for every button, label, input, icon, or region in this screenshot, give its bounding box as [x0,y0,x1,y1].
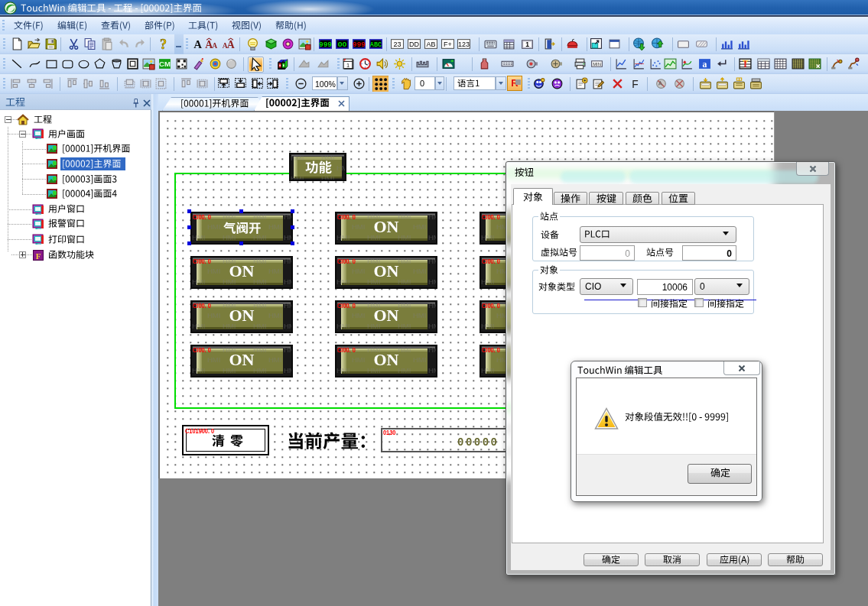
svg-text:999: 999 [319,41,332,49]
svg-text:A: A [212,41,217,50]
svg-text:?: ? [160,37,167,50]
svg-text:F: F [632,78,638,90]
svg-text:MIN: MIN [593,62,601,66]
svg-text:1: 1 [346,62,349,69]
svg-text:OO: OO [338,41,347,49]
svg-text:ABC: ABC [370,41,382,49]
svg-text:A: A [193,38,202,50]
svg-text:123: 123 [458,41,470,48]
svg-text:23: 23 [393,41,401,48]
svg-text:F: F [36,251,41,261]
svg-text:F+: F+ [444,41,452,48]
svg-text:CM: CM [159,60,171,68]
svg-text:A: A [227,39,235,50]
svg-text:a: a [703,60,707,70]
svg-text:DD: DD [409,41,420,48]
svg-text:999: 999 [353,41,366,49]
svg-text:1: 1 [525,41,529,48]
svg-text:AB: AB [426,41,435,48]
